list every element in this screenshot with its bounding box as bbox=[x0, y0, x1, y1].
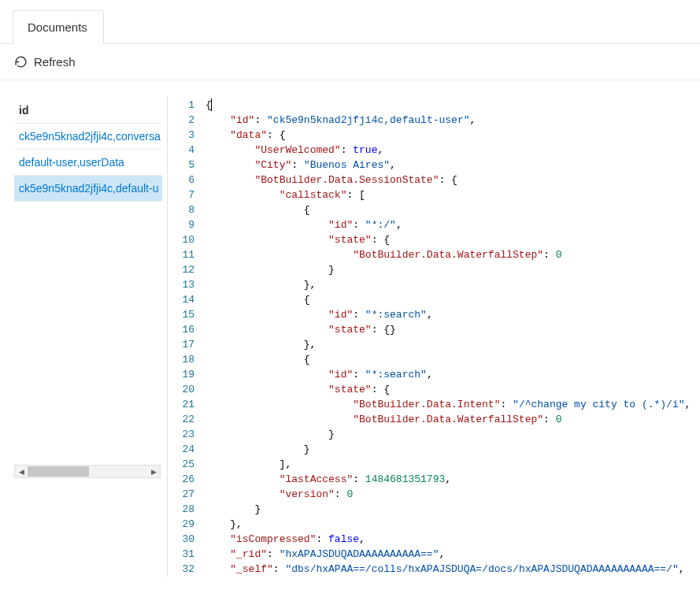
line-number: 7 bbox=[168, 187, 206, 202]
line-number: 21 bbox=[168, 397, 206, 412]
code-line[interactable]: }, bbox=[206, 517, 700, 532]
refresh-icon[interactable] bbox=[14, 55, 28, 69]
line-number: 12 bbox=[168, 262, 206, 277]
line-number: 1 bbox=[168, 98, 206, 113]
line-number: 6 bbox=[168, 173, 206, 187]
code-line[interactable]: }, bbox=[206, 337, 700, 352]
code-line[interactable]: }, bbox=[206, 277, 700, 292]
document-list-item[interactable]: ck5e9n5knad2jfji4c,conversa bbox=[14, 124, 162, 150]
line-number: 3 bbox=[168, 128, 206, 143]
code-line[interactable]: "BotBuilder.Data.WaterfallStep": 0 bbox=[206, 247, 700, 262]
sidebar: id ck5e9n5knad2jfji4c,conversadefault-us… bbox=[0, 80, 162, 577]
code-line[interactable]: "_rid": "hxAPAJSDUQADAAAAAAAAAA==", bbox=[206, 547, 700, 562]
line-number: 31 bbox=[168, 547, 206, 562]
code-line[interactable]: "data": { bbox=[206, 128, 700, 143]
code-line[interactable]: { bbox=[206, 352, 700, 367]
code-line[interactable]: } bbox=[206, 262, 700, 277]
code-line[interactable]: { bbox=[206, 292, 700, 307]
scroll-right-arrow-icon[interactable]: ▶ bbox=[147, 466, 160, 477]
document-list: ck5e9n5knad2jfji4c,conversadefault-user,… bbox=[14, 124, 162, 202]
code-line[interactable]: "callstack": [ bbox=[206, 187, 700, 202]
body: id ck5e9n5knad2jfji4c,conversadefault-us… bbox=[0, 80, 700, 577]
code-line[interactable]: ], bbox=[206, 457, 700, 472]
code-line[interactable]: "state": { bbox=[206, 232, 700, 247]
line-number: 9 bbox=[168, 217, 206, 232]
line-number: 26 bbox=[168, 472, 206, 487]
code-line[interactable]: } bbox=[206, 502, 700, 517]
scroll-thumb[interactable] bbox=[28, 466, 89, 477]
line-number: 16 bbox=[168, 322, 206, 337]
refresh-button[interactable]: Refresh bbox=[34, 55, 76, 69]
code-line[interactable]: } bbox=[206, 442, 700, 457]
code-line[interactable]: { bbox=[206, 202, 700, 217]
line-number: 4 bbox=[168, 143, 206, 158]
code-line[interactable]: "BotBuilder.Data.Intent": "/^change my c… bbox=[206, 397, 700, 412]
line-number: 11 bbox=[168, 247, 206, 262]
line-number: 25 bbox=[168, 457, 206, 472]
line-number: 27 bbox=[168, 487, 206, 502]
code-line[interactable]: "id": "ck5e9n5knad2jfji4c,default-user", bbox=[206, 113, 700, 128]
line-number: 8 bbox=[168, 202, 206, 217]
code-line[interactable]: "BotBuilder.Data.WaterfallStep": 0 bbox=[206, 412, 700, 427]
code-line[interactable]: "UserWelcomed": true, bbox=[206, 143, 700, 158]
code-line[interactable]: "id": "*:search", bbox=[206, 307, 700, 322]
line-number: 23 bbox=[168, 427, 206, 442]
sidebar-column-header: id bbox=[14, 99, 162, 124]
code-line[interactable]: "lastAccess": 1484681351793, bbox=[206, 472, 700, 487]
toolbar: Refresh bbox=[0, 44, 700, 80]
line-number: 17 bbox=[168, 337, 206, 352]
line-number: 14 bbox=[168, 292, 206, 307]
line-number: 5 bbox=[168, 158, 206, 173]
document-list-item[interactable]: ck5e9n5knad2jfji4c,default-u bbox=[14, 176, 162, 202]
line-number: 24 bbox=[168, 442, 206, 457]
document-list-item[interactable]: default-user,userData bbox=[14, 150, 162, 176]
scroll-track[interactable] bbox=[28, 466, 147, 477]
line-number: 32 bbox=[168, 562, 206, 577]
code-line[interactable]: { bbox=[206, 98, 700, 113]
line-number: 30 bbox=[168, 532, 206, 547]
code-line[interactable]: "id": "*:search", bbox=[206, 367, 700, 382]
line-number: 29 bbox=[168, 517, 206, 532]
line-number: 22 bbox=[168, 412, 206, 427]
code-line[interactable]: "_self": "dbs/hxAPAA==/colls/hxAPAJSDUQA… bbox=[206, 562, 700, 577]
code-line[interactable]: "version": 0 bbox=[206, 487, 700, 502]
sidebar-horizontal-scrollbar[interactable]: ◀ ▶ bbox=[14, 465, 161, 478]
code-line[interactable]: "state": { bbox=[206, 382, 700, 397]
code-line[interactable]: "isCompressed": false, bbox=[206, 532, 700, 547]
line-number: 2 bbox=[168, 113, 206, 128]
tabstrip: Documents bbox=[0, 0, 700, 44]
line-number: 18 bbox=[168, 352, 206, 367]
line-number: 10 bbox=[168, 232, 206, 247]
scroll-left-arrow-icon[interactable]: ◀ bbox=[15, 466, 28, 477]
code-line[interactable]: "state": {} bbox=[206, 322, 700, 337]
line-number: 20 bbox=[168, 382, 206, 397]
tab-documents[interactable]: Documents bbox=[13, 10, 104, 44]
line-number: 15 bbox=[168, 307, 206, 322]
line-number: 28 bbox=[168, 502, 206, 517]
line-number: 13 bbox=[168, 277, 206, 292]
code-line[interactable]: "BotBuilder.Data.SessionState": { bbox=[206, 173, 700, 187]
line-number: 19 bbox=[168, 367, 206, 382]
code-line[interactable]: "City": "Buenos Aires", bbox=[206, 158, 700, 173]
code-line[interactable]: "id": "*:/", bbox=[206, 217, 700, 232]
code-line[interactable]: } bbox=[206, 427, 700, 442]
json-editor[interactable]: 1{2 "id": "ck5e9n5knad2jfji4c,default-us… bbox=[168, 80, 700, 577]
